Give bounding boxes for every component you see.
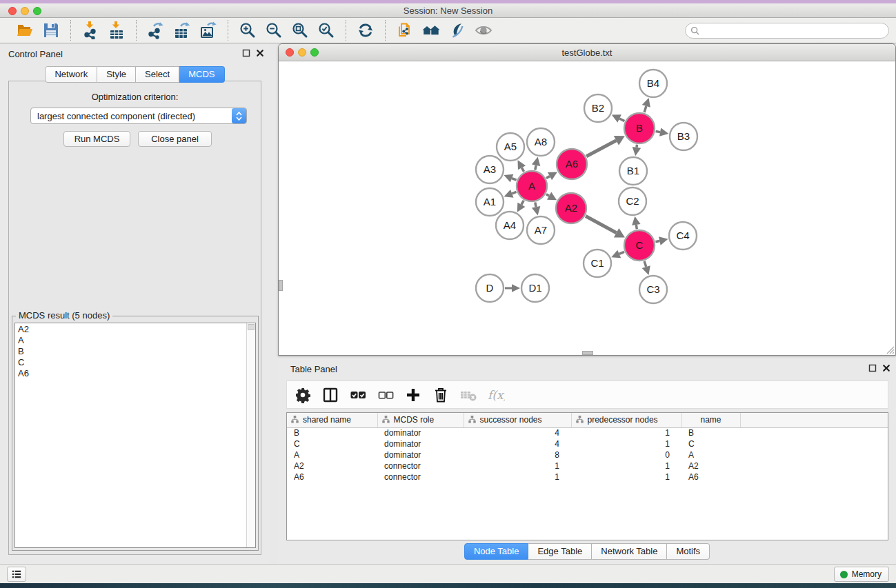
graph-node-A6[interactable]: A6 xyxy=(557,149,587,179)
edge-A-A3[interactable] xyxy=(512,179,517,181)
network-canvas[interactable]: AA1A2A3A4A5A6A7A8BB1B2B3B4CC1C2C3C4DD1 xyxy=(279,61,895,355)
eye-icon[interactable] xyxy=(473,20,494,41)
tab-node-table[interactable]: Node Table xyxy=(464,543,529,560)
edge-A-A7[interactable] xyxy=(535,203,536,207)
clone-network-icon[interactable] xyxy=(395,20,415,41)
mcds-result-item[interactable]: C xyxy=(15,357,246,368)
graph-node-A2[interactable]: A2 xyxy=(556,193,586,223)
hide-graphics-icon[interactable] xyxy=(447,20,468,41)
table-row[interactable]: A6connector11A6 xyxy=(287,472,888,483)
tab-network-table[interactable]: Network Table xyxy=(592,543,667,560)
table-row[interactable]: Cdominator41C xyxy=(287,438,888,449)
export-image-icon[interactable] xyxy=(198,20,219,41)
tab-mcds[interactable]: MCDS xyxy=(179,66,224,83)
edge-A2-C[interactable] xyxy=(586,216,617,232)
tab-edge-table[interactable]: Edge Table xyxy=(528,543,592,560)
edge-C-C4[interactable] xyxy=(655,241,659,241)
table-row[interactable]: Bdominator41B xyxy=(287,427,888,438)
graph-node-A1[interactable]: A1 xyxy=(476,188,504,216)
graph-node-D[interactable]: D xyxy=(476,274,504,302)
zoom-in-icon[interactable] xyxy=(237,20,258,41)
edge-A-A5[interactable] xyxy=(521,168,524,172)
mcds-result-item[interactable]: B xyxy=(15,346,246,357)
save-session-icon[interactable] xyxy=(41,20,61,41)
task-history-button[interactable] xyxy=(7,567,26,582)
graph-node-A5[interactable]: A5 xyxy=(497,133,524,161)
edge-C-C3[interactable] xyxy=(644,261,646,267)
column-view-icon[interactable] xyxy=(320,385,341,405)
zoom-out-icon[interactable] xyxy=(263,20,284,41)
tab-network[interactable]: Network xyxy=(45,66,97,83)
result-scrollbar[interactable] xyxy=(246,323,255,547)
tab-select[interactable]: Select xyxy=(136,66,179,83)
mcds-result-item[interactable]: A6 xyxy=(15,368,246,379)
edge-B-B4[interactable] xyxy=(644,106,646,112)
close-panel-button[interactable]: Close panel xyxy=(138,131,212,147)
search-input[interactable] xyxy=(700,26,888,36)
select-all-icon[interactable] xyxy=(348,385,368,405)
column-header-predecessor-nodes[interactable]: predecessor nodes xyxy=(571,413,681,427)
graph-node-C4[interactable]: C4 xyxy=(669,222,697,250)
close-table-panel-icon[interactable] xyxy=(882,364,890,372)
refresh-icon[interactable] xyxy=(355,20,376,41)
edge-B-B1[interactable] xyxy=(637,145,637,148)
network-horizontal-scrollbar[interactable] xyxy=(582,351,593,355)
deselect-all-icon[interactable] xyxy=(375,385,396,405)
run-mcds-button[interactable]: Run MCDS xyxy=(63,131,130,147)
mcds-result-item[interactable]: A xyxy=(15,335,246,346)
graph-node-A[interactable]: A xyxy=(517,171,547,201)
graph-node-B3[interactable]: B3 xyxy=(670,123,697,150)
column-header-name[interactable]: name xyxy=(681,413,740,427)
graph-node-C1[interactable]: C1 xyxy=(584,250,611,277)
table-row[interactable]: Adominator80A xyxy=(287,449,888,460)
graph-node-C2[interactable]: C2 xyxy=(619,187,646,215)
import-network-icon[interactable] xyxy=(80,20,101,41)
graph-node-C3[interactable]: C3 xyxy=(639,276,667,303)
graph-node-B[interactable]: B xyxy=(624,113,655,143)
network-window-titlebar[interactable]: testGlobe.txt xyxy=(279,44,895,61)
graph-node-C[interactable]: C xyxy=(624,230,655,261)
mcds-result-list[interactable]: A2ABCA6 xyxy=(14,323,256,548)
float-panel-icon[interactable] xyxy=(242,49,250,57)
open-file-icon[interactable] xyxy=(14,20,35,41)
resize-grip-icon[interactable] xyxy=(885,345,895,354)
edge-C-C1[interactable] xyxy=(619,252,624,254)
zoom-fit-icon[interactable] xyxy=(290,20,310,41)
gear-icon[interactable] xyxy=(292,385,313,405)
mcds-result-item[interactable]: A2 xyxy=(15,324,246,335)
edge-A-A4[interactable] xyxy=(521,201,524,205)
export-table-icon[interactable] xyxy=(172,20,192,41)
graph-node-A3[interactable]: A3 xyxy=(476,156,504,183)
edge-A-A1[interactable] xyxy=(512,192,516,193)
network-graph[interactable]: AA1A2A3A4A5A6A7A8BB1B2B3B4CC1C2C3C4DD1 xyxy=(279,61,895,355)
memory-button[interactable]: Memory xyxy=(834,567,889,582)
graph-node-D1[interactable]: D1 xyxy=(521,274,549,302)
column-header-successor-nodes[interactable]: successor nodes xyxy=(464,413,571,427)
network-vertical-scrollbar[interactable] xyxy=(279,280,283,291)
edge-A-A2[interactable] xyxy=(546,194,549,196)
import-table-icon[interactable] xyxy=(106,20,127,41)
table-row[interactable]: A2connector11A2 xyxy=(287,460,888,472)
graph-node-A8[interactable]: A8 xyxy=(527,128,555,156)
graph-node-B2[interactable]: B2 xyxy=(584,94,612,122)
graph-node-B4[interactable]: B4 xyxy=(639,70,667,97)
tab-motifs[interactable]: Motifs xyxy=(667,543,710,560)
edge-A6-B[interactable] xyxy=(586,141,616,156)
graph-node-A4[interactable]: A4 xyxy=(496,212,524,239)
edge-C-C2[interactable] xyxy=(636,225,637,229)
column-header-mcds-role[interactable]: MCDS role xyxy=(377,413,464,427)
edge-A-A6[interactable] xyxy=(546,176,550,179)
criterion-dropdown[interactable]: largest connected component (directed) xyxy=(30,108,247,124)
export-network-icon[interactable] xyxy=(146,20,166,41)
tab-style[interactable]: Style xyxy=(97,66,136,83)
close-panel-icon[interactable] xyxy=(256,49,264,57)
edge-B-B2[interactable] xyxy=(619,119,624,121)
home-icon[interactable] xyxy=(421,20,441,41)
edge-A-A8[interactable] xyxy=(535,165,536,170)
graph-node-A7[interactable]: A7 xyxy=(527,216,555,244)
add-column-icon[interactable] xyxy=(403,385,424,405)
search-box[interactable] xyxy=(685,23,889,39)
delete-column-icon[interactable] xyxy=(430,385,451,405)
edge-B-B3[interactable] xyxy=(656,131,661,132)
column-header-shared-name[interactable]: shared name xyxy=(287,413,377,427)
